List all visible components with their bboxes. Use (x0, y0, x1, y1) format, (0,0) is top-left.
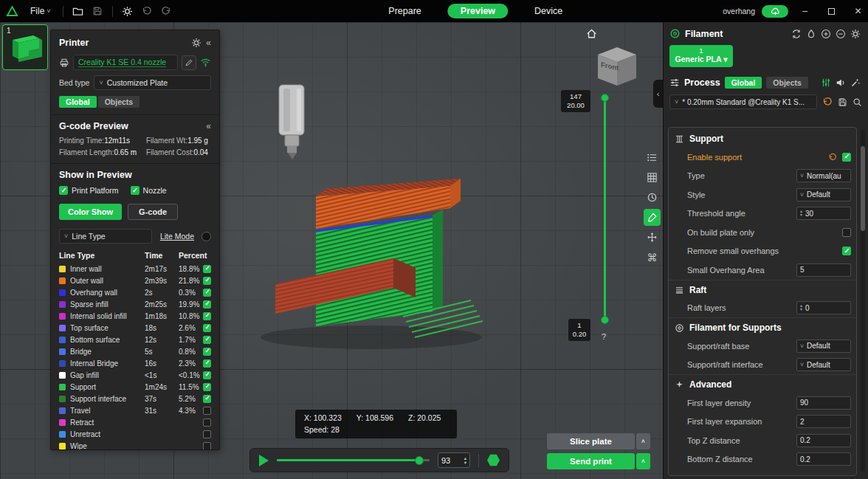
navigation-cube[interactable]: Front (590, 40, 642, 93)
process-preset-select[interactable]: ˅ * 0.20mm Standard @Creality K1 S... (669, 94, 817, 109)
tab-prepare[interactable]: Prepare (381, 4, 428, 18)
slice-plate-button[interactable]: Slice plate (547, 433, 635, 449)
remove-filament-icon[interactable] (836, 29, 846, 39)
slider-help-button[interactable]: ? (602, 332, 606, 341)
tab-preview[interactable]: Preview (448, 4, 508, 18)
line-visibility-checkbox[interactable] (203, 277, 211, 285)
filament-settings-gear-icon[interactable] (850, 29, 861, 39)
section-header-raft[interactable]: Raft (669, 280, 856, 299)
type-dropdown[interactable]: ˅Normal(au (796, 169, 851, 182)
step-slider[interactable] (277, 459, 430, 461)
line-visibility-checkbox[interactable] (203, 359, 211, 368)
line-visibility-checkbox[interactable] (203, 371, 211, 379)
line-visibility-checkbox[interactable] (203, 418, 211, 427)
megaphone-icon[interactable] (836, 77, 846, 88)
line-visibility-checkbox[interactable] (203, 407, 211, 415)
search-params-icon[interactable] (852, 97, 862, 107)
add-filament-icon[interactable] (821, 29, 831, 39)
line-type-select[interactable]: ˅ Line Type (59, 229, 152, 244)
reset-param-icon[interactable] (828, 153, 837, 162)
sync-filament-icon[interactable] (791, 29, 802, 39)
flush-volumes-icon[interactable] (806, 29, 816, 39)
section-header-support[interactable]: Support (669, 129, 856, 148)
save-preset-icon[interactable] (838, 97, 847, 107)
print-platform-checkbox[interactable] (59, 186, 68, 195)
gcode-lines-icon[interactable] (644, 149, 661, 166)
spinner-arrows[interactable]: ▴▾ (800, 210, 802, 218)
undo-button[interactable] (137, 1, 156, 21)
save-project-button[interactable] (88, 1, 107, 21)
tab-device[interactable]: Device (527, 4, 570, 18)
scrollbar[interactable] (861, 130, 865, 472)
gcode-button[interactable]: G-code (128, 204, 178, 220)
section-header-advanced[interactable]: Advanced (669, 375, 856, 393)
line-visibility-checkbox[interactable] (203, 324, 211, 332)
plate-grid-icon[interactable] (644, 169, 661, 186)
layer-slider-track[interactable] (604, 97, 606, 320)
command-icon[interactable]: ⌘ (644, 249, 661, 266)
support-paint-icon[interactable] (644, 209, 661, 226)
minimize-button[interactable]: – (795, 0, 815, 22)
line-visibility-checkbox[interactable] (203, 348, 211, 356)
first-layer-expansion-input[interactable]: 2 (796, 415, 851, 428)
spinner-arrows[interactable]: ▴▾ (800, 304, 802, 312)
line-visibility-checkbox[interactable] (203, 336, 211, 344)
filament-slot-button[interactable]: 1 Generic PLA ▾ (669, 45, 733, 67)
advanced-filter-icon[interactable] (821, 77, 831, 88)
raft-layers-spinner[interactable]: ▴▾0 (796, 301, 851, 314)
move-axes-icon[interactable] (644, 229, 661, 246)
panel-collapse-chevron[interactable]: ‹ (653, 80, 663, 108)
support-raft-base-dropdown[interactable]: ˅Default (796, 340, 851, 353)
top-z-distance-input[interactable]: 0.2 (796, 434, 851, 447)
collapse-section-icon[interactable]: « (206, 121, 211, 131)
tab-global-left[interactable]: Global (59, 96, 97, 108)
close-button[interactable]: ✕ (848, 0, 868, 22)
slice-options-chevron[interactable]: ˄ (636, 433, 650, 449)
play-button[interactable] (259, 455, 269, 466)
tab-objects-left[interactable]: Objects (98, 96, 140, 108)
line-visibility-checkbox[interactable] (203, 430, 211, 438)
nozzle-checkbox[interactable] (131, 186, 140, 195)
settings-gear-button[interactable] (118, 1, 137, 21)
tab-global-right[interactable]: Global (725, 77, 762, 89)
line-visibility-checkbox[interactable] (203, 265, 211, 273)
line-visibility-checkbox[interactable] (203, 300, 211, 309)
reset-preset-icon[interactable] (822, 97, 833, 107)
cloud-upload-button[interactable] (762, 5, 788, 18)
enable-support-checkbox[interactable] (842, 153, 851, 162)
threshold-angle-spinner[interactable]: ▴▾30 (796, 207, 851, 220)
wizard-wand-icon[interactable] (850, 77, 861, 88)
send-print-button[interactable]: Send print (547, 453, 635, 469)
print-options-chevron[interactable]: ˄ (636, 453, 650, 469)
line-visibility-checkbox[interactable] (203, 395, 211, 403)
collapse-section-icon[interactable]: « (206, 38, 211, 48)
lite-mode-link[interactable]: Lite Mode (160, 232, 194, 241)
style-dropdown[interactable]: ˅Default (796, 188, 851, 201)
line-visibility-checkbox[interactable] (203, 289, 211, 297)
lite-mode-toggle[interactable] (202, 232, 211, 241)
line-visibility-checkbox[interactable] (203, 312, 211, 320)
bottom-z-distance-input[interactable]: 0.2 (796, 452, 851, 466)
home-view-button[interactable] (586, 28, 597, 39)
layer-slider-bottom-handle[interactable] (601, 316, 609, 324)
support-raft-interface-dropdown[interactable]: ˅Default (796, 358, 851, 371)
printer-settings-gear-icon[interactable] (191, 38, 202, 48)
tab-objects-right[interactable]: Objects (766, 77, 808, 89)
step-slider-handle[interactable] (415, 456, 424, 465)
layer-slider-top-handle[interactable] (601, 94, 609, 102)
small-overhang-area-input[interactable]: 5 (796, 263, 851, 277)
remove-small-overhangs-checkbox[interactable] (842, 247, 851, 255)
file-menu[interactable]: File ˅ (24, 6, 58, 16)
maximize-button[interactable] (822, 0, 841, 22)
line-visibility-checkbox[interactable] (203, 383, 211, 391)
open-project-button[interactable] (69, 1, 88, 21)
edit-printer-button[interactable] (182, 55, 196, 70)
scrollbar-thumb[interactable] (861, 146, 865, 231)
redo-button[interactable] (156, 1, 176, 21)
first-layer-density-input[interactable]: 90 (796, 396, 851, 410)
printer-select[interactable]: Creality K1 SE 0.4 nozzle (73, 55, 178, 70)
history-icon[interactable] (644, 189, 661, 206)
section-header-filament-for-supports[interactable]: Filament for Supports (669, 318, 856, 337)
bed-type-select[interactable]: ˅ Customized Plate (94, 75, 211, 90)
on-build-plate-only-checkbox[interactable] (842, 228, 851, 237)
